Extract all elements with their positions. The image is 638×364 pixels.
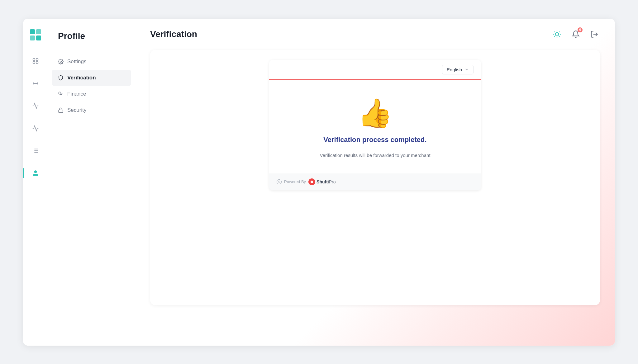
nav-icon-analytics2[interactable] xyxy=(29,122,42,135)
sidebar-item-security[interactable]: Security xyxy=(48,102,135,118)
app-container: Profile Settings Verification xyxy=(23,19,615,346)
language-value: English xyxy=(447,67,462,72)
sidebar-item-finance[interactable]: Finance xyxy=(48,86,135,102)
svg-rect-7 xyxy=(36,61,38,63)
svg-line-20 xyxy=(555,31,555,32)
svg-line-21 xyxy=(559,36,560,37)
svg-line-25 xyxy=(559,31,560,32)
svg-line-24 xyxy=(555,36,555,37)
svg-rect-5 xyxy=(36,58,38,60)
profile-sidebar: Profile Settings Verification xyxy=(48,19,135,346)
coins-icon xyxy=(58,91,64,97)
lock-icon xyxy=(58,107,64,113)
page-title: Verification xyxy=(150,29,197,39)
nav-icon-list[interactable] xyxy=(29,144,42,157)
verification-card: English 👍 Verification process completed… xyxy=(150,50,600,305)
chevron-down-icon xyxy=(464,67,469,72)
main-content: Verification xyxy=(135,19,615,346)
success-title: Verification process completed. xyxy=(323,136,426,144)
panel-footer: © Powered By ShuftiPro xyxy=(269,173,481,190)
shield-icon xyxy=(58,75,64,81)
svg-rect-6 xyxy=(33,61,35,63)
logo xyxy=(29,29,42,42)
top-header: Verification xyxy=(135,19,615,50)
icon-nav xyxy=(29,55,42,336)
settings-label: Settings xyxy=(67,59,86,65)
powered-by-text: Powered By xyxy=(284,179,306,184)
svg-point-14 xyxy=(60,61,62,62)
svg-rect-4 xyxy=(33,58,35,60)
profile-title: Profile xyxy=(48,31,135,41)
nav-icon-analytics[interactable] xyxy=(29,100,42,112)
finance-label: Finance xyxy=(67,91,86,97)
verification-panel: English 👍 Verification process completed… xyxy=(269,60,481,190)
svg-point-17 xyxy=(555,32,559,36)
svg-rect-1 xyxy=(36,29,41,34)
logout-button[interactable] xyxy=(589,29,600,40)
gear-icon xyxy=(58,59,64,64)
header-actions: 6 xyxy=(551,29,600,40)
theme-toggle-button[interactable] xyxy=(551,29,563,40)
language-selector[interactable]: English xyxy=(442,65,474,74)
copyright-icon: © xyxy=(277,179,282,184)
svg-rect-16 xyxy=(59,110,63,112)
sidebar-item-settings[interactable]: Settings xyxy=(48,54,135,70)
nav-icon-profile[interactable] xyxy=(29,167,42,179)
notification-badge: 6 xyxy=(578,27,583,32)
shufti-logo: ShuftiPro xyxy=(308,178,336,185)
shufti-brand-text: ShuftiPro xyxy=(317,179,336,184)
nav-icon-dashboard[interactable] xyxy=(29,55,42,67)
shufti-circle-icon xyxy=(308,178,315,185)
content-area: English 👍 Verification process completed… xyxy=(135,50,615,346)
profile-nav: Settings Verification Finance xyxy=(48,54,135,118)
logout-icon xyxy=(590,30,598,38)
success-subtitle: Verification results will be forwarded t… xyxy=(320,153,430,158)
thumbs-up-icon: 👍 xyxy=(358,99,393,127)
icon-sidebar xyxy=(23,19,48,346)
sidebar-item-verification[interactable]: Verification xyxy=(52,70,131,86)
svg-rect-3 xyxy=(36,35,41,40)
security-label: Security xyxy=(67,107,86,113)
sun-icon xyxy=(553,30,561,38)
panel-body: 👍 Verification process completed. Verifi… xyxy=(269,80,481,173)
svg-rect-0 xyxy=(30,29,35,34)
verification-label: Verification xyxy=(67,75,96,81)
nav-icon-transactions[interactable] xyxy=(29,77,42,90)
notifications-button[interactable]: 6 xyxy=(570,29,581,40)
svg-rect-2 xyxy=(30,35,35,40)
panel-header: English xyxy=(269,60,481,80)
